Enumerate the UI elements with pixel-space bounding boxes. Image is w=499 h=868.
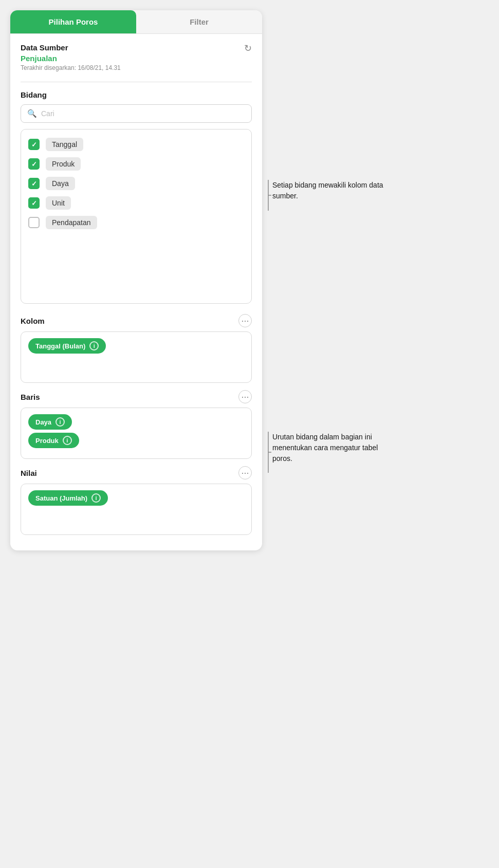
main-panel: Pilihan Poros Filter Data Sumber ↻ Penju… — [10, 10, 262, 550]
baris-section: Baris ··· Daya i Produk i — [21, 390, 252, 459]
tab-header: Pilihan Poros Filter — [10, 10, 262, 34]
baris-daya-info-icon[interactable]: i — [56, 417, 65, 427]
field-item-pendapatan: Pendapatan — [28, 213, 244, 232]
annotation-2: Urutan bidang dalam bagian ini menentuka… — [264, 432, 442, 473]
bracket-2 — [264, 432, 272, 473]
nilai-box: Satuan (Jumlah) i — [21, 484, 252, 535]
datasource-name: Penjualan — [21, 54, 252, 63]
nilai-tag-satuan-label: Satuan (Jumlah) — [35, 494, 87, 502]
search-input[interactable] — [41, 109, 245, 118]
field-item-daya: Daya — [28, 174, 244, 193]
checkbox-unit[interactable] — [28, 197, 40, 209]
annotation-1-text: Setiap bidang mewakili kolom data sumber… — [272, 180, 385, 201]
checkbox-tanggal[interactable] — [28, 139, 40, 150]
kolom-info-icon[interactable]: i — [89, 341, 99, 350]
baris-more-icon[interactable]: ··· — [238, 390, 252, 403]
field-tag-produk: Produk — [46, 157, 81, 171]
last-refreshed-text: Terakhir disegarkan: 16/08/21, 14.31 — [21, 64, 252, 71]
baris-title: Baris — [21, 393, 40, 401]
kolom-box: Tanggal (Bulan) i — [21, 331, 252, 383]
kolom-more-icon[interactable]: ··· — [238, 314, 252, 327]
nilai-section: Nilai ··· Satuan (Jumlah) i — [21, 466, 252, 535]
kolom-section: Kolom ··· Tanggal (Bulan) i — [21, 314, 252, 383]
nilai-more-icon[interactable]: ··· — [238, 466, 252, 479]
search-icon: 🔍 — [27, 109, 37, 118]
kolom-header: Kolom ··· — [21, 314, 252, 327]
datasource-title: Data Sumber — [21, 43, 68, 52]
baris-tag-produk-label: Produk — [35, 437, 59, 445]
tab-filter[interactable]: Filter — [136, 10, 262, 33]
checkbox-produk[interactable] — [28, 158, 40, 170]
baris-header: Baris ··· — [21, 390, 252, 403]
baris-tag-produk[interactable]: Produk i — [28, 433, 79, 448]
field-tag-unit: Unit — [46, 196, 71, 210]
checkbox-daya[interactable] — [28, 178, 40, 189]
kolom-tag-label: Tanggal (Bulan) — [35, 342, 85, 350]
nilai-satuan-info-icon[interactable]: i — [91, 493, 101, 503]
kolom-tag-tanggal-bulan[interactable]: Tanggal (Bulan) i — [28, 338, 106, 354]
kolom-title: Kolom — [21, 317, 45, 325]
bidang-title: Bidang — [21, 90, 252, 99]
field-item-produk: Produk — [28, 154, 244, 174]
page-wrapper: Pilihan Poros Filter Data Sumber ↻ Penju… — [10, 10, 442, 550]
search-box[interactable]: 🔍 — [21, 104, 252, 123]
field-tag-daya: Daya — [46, 177, 75, 190]
baris-box: Daya i Produk i — [21, 408, 252, 459]
nilai-tag-satuan[interactable]: Satuan (Jumlah) i — [28, 490, 108, 506]
datasource-section: Data Sumber ↻ Penjualan Terakhir disegar… — [10, 34, 262, 82]
fields-list: Tanggal Produk Daya Unit — [21, 129, 252, 304]
nilai-header: Nilai ··· — [21, 466, 252, 479]
baris-tag-daya[interactable]: Daya i — [28, 414, 72, 430]
checkbox-pendapatan[interactable] — [28, 217, 40, 228]
field-tag-pendapatan: Pendapatan — [46, 216, 97, 229]
nilai-title: Nilai — [21, 469, 37, 477]
field-item-unit: Unit — [28, 193, 244, 213]
refresh-icon[interactable]: ↻ — [244, 43, 252, 54]
field-tag-tanggal: Tanggal — [46, 138, 83, 151]
annotation-1: Setiap bidang mewakili kolom data sumber… — [264, 180, 442, 211]
field-item-tanggal: Tanggal — [28, 135, 244, 154]
bracket-1 — [264, 180, 272, 211]
bidang-section: Bidang 🔍 Tanggal Produk — [10, 82, 262, 309]
baris-produk-info-icon[interactable]: i — [63, 436, 72, 445]
baris-tag-daya-label: Daya — [35, 418, 51, 426]
annotation-2-text: Urutan bidang dalam bagian ini menentuka… — [272, 432, 385, 464]
tab-pilihan-poros[interactable]: Pilihan Poros — [10, 10, 136, 33]
